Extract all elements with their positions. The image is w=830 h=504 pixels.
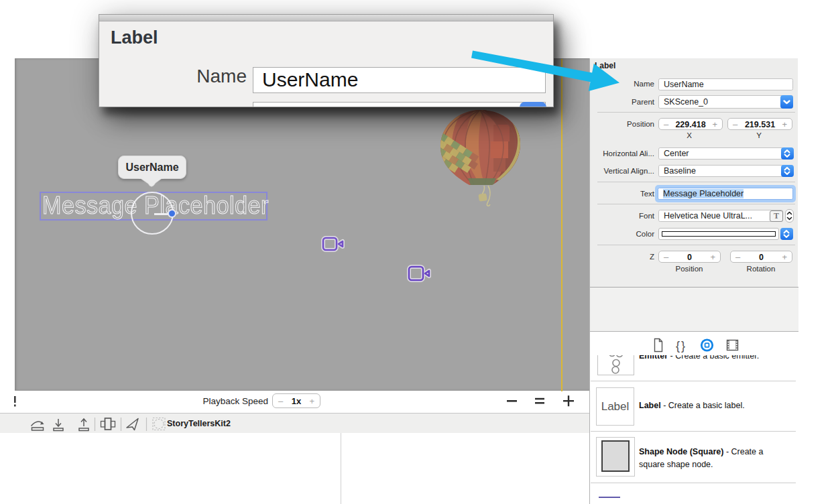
svg-text:}: }: [681, 339, 685, 353]
svg-text:{: {: [676, 339, 680, 353]
